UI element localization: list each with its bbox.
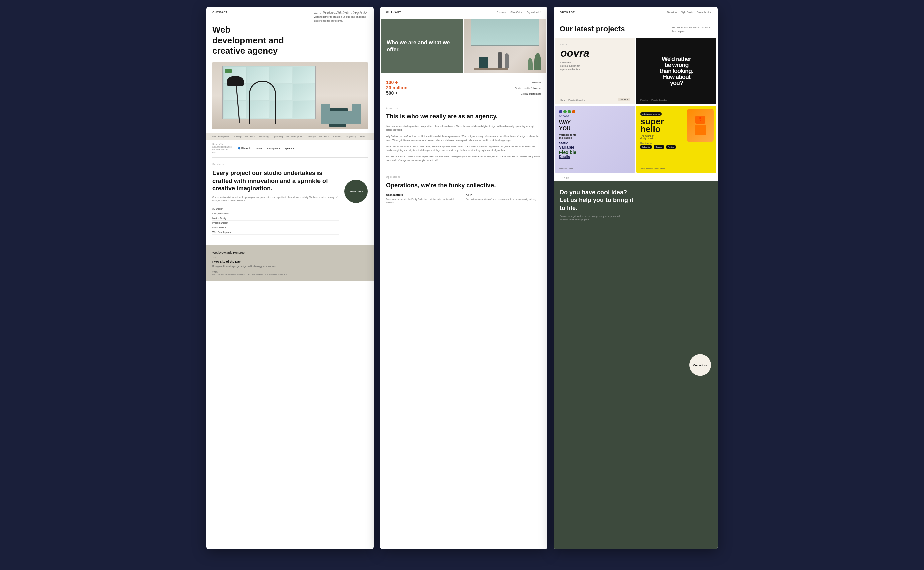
awards-desc2: Recognized for exceptional web design an… — [212, 273, 288, 275]
panel2-hero-grid: Who we are and what we offer. — [380, 18, 547, 74]
awards-year2: 2023 — [212, 271, 288, 273]
services-text: Every project our studio undertakes is c… — [212, 170, 339, 234]
services-label: Services — [212, 163, 368, 165]
stats-grid: 100 + 20 million 500 + Awwards Social me… — [386, 80, 541, 96]
panel1-hero-image — [212, 62, 368, 129]
dot2 — [563, 110, 567, 113]
robot-eye2 — [700, 120, 701, 121]
panel2-nav-styleguide[interactable]: Style Guide — [510, 11, 522, 14]
figma-sub1: Variable fonts: — [559, 133, 631, 136]
oovra-cta[interactable]: Cta here — [618, 98, 630, 101]
awards-fwa: FWA Site of the Day — [212, 260, 288, 263]
figma-dots — [559, 110, 631, 113]
project-card-messizp[interactable]: We'd rather be wrong than looking. How a… — [636, 37, 716, 104]
ops-col2-text: Our minimum deal kicks off at a reasonab… — [466, 198, 541, 201]
service-item: Product Design — [212, 221, 339, 225]
sofa — [321, 111, 361, 124]
panel2-nav-links: Overview Style Guide Buy outkast ↗ — [497, 11, 541, 14]
figma-flexible: Flexible — [559, 150, 631, 155]
cta-desc: Contact us to get started, we are always… — [560, 215, 627, 221]
about-heading: This is who we really are as an agency. — [386, 112, 541, 120]
figma-sub2: the basics — [559, 136, 631, 139]
panel2-tagline: Who we are and what we offer. — [387, 39, 458, 53]
service-item: 3D Design — [212, 207, 339, 211]
panel2-nav-overview[interactable]: Overview — [497, 11, 506, 14]
services-content: Every project our studio undertakes is c… — [212, 170, 368, 234]
service-item: Web Development — [212, 230, 339, 235]
contact-us-button[interactable]: Contact us — [689, 354, 711, 376]
panel3-hire-label: Hire us — [553, 174, 718, 179]
figma-inner: ANYWAY WAYYOU Variable fonts: the basics… — [555, 106, 635, 173]
about-p1: Your new partners in design crime, excep… — [386, 124, 541, 132]
messizp-label: Messizp — Website, Branding — [640, 99, 667, 101]
panel3-cta: Do you have cool idea? Let us help you t… — [553, 181, 718, 549]
panel3-nav-overview[interactable]: Overview — [667, 11, 676, 14]
stat1-num: 100 + — [386, 80, 462, 85]
robot-body — [695, 125, 706, 135]
panel3-nav-styleguide[interactable]: Style Guide — [681, 11, 693, 14]
awards-honoree: Webby Awards Honoree — [212, 251, 288, 254]
panel3-nav-buy[interactable]: Buy outkast ↗ — [697, 11, 712, 14]
service-item: Design systems — [212, 211, 339, 216]
panel2-operations: Operations Operations, we're the funky c… — [380, 170, 547, 210]
figma-variable: Variable — [559, 145, 631, 150]
projects-grid: oovra oovra Dedicatedsales & support for… — [553, 37, 718, 174]
figma-top: ANYWAY — [559, 115, 631, 117]
step-subscribe: Subscribe — [640, 146, 652, 149]
panel2-about: About us This is who we really are as an… — [380, 101, 547, 170]
awards-desc1: Recognized for cutting-edge design and t… — [212, 265, 288, 268]
operations-heading: Operations, we're the funky collective. — [386, 181, 541, 189]
ops-col2-title: All in — [466, 193, 541, 196]
stat2-label: Social media followers — [465, 87, 541, 90]
person1 — [498, 52, 502, 68]
sh-howitworks: How it works Subscribe Request Review — [640, 142, 712, 149]
messizp-line1: We'd rather — [662, 56, 691, 62]
project-card-superhello[interactable]: A design agency...kinda superhello The f… — [636, 106, 716, 173]
messizp-line3: than looking. — [660, 68, 693, 74]
office-window — [471, 20, 540, 46]
dot4 — [572, 110, 575, 113]
sh-badge: A design agency...kinda — [640, 112, 662, 115]
ops-col2: All in Our minimum deal kicks off at a r… — [466, 193, 541, 204]
step-request: Request — [654, 146, 664, 149]
figma-details: Details — [559, 155, 631, 159]
window-pane — [293, 84, 315, 101]
panel3-nav-links: Overview Style Guide Buy outkast ↗ — [667, 11, 712, 14]
exit-sign — [225, 69, 232, 73]
office-image — [464, 20, 546, 73]
window-pane — [269, 84, 292, 101]
window-pane — [293, 101, 315, 118]
panel3-desc: We partner with founders to visualise th… — [672, 26, 712, 33]
stat2-num: 20 million — [386, 85, 462, 90]
ops-grid: Cash matters Each team member in the Fun… — [386, 193, 541, 204]
panel2-nav-buy[interactable]: Buy outkast ↗ — [526, 11, 541, 14]
learn-more-button[interactable]: Learn more — [344, 179, 368, 203]
services-desc: Our enthusiasm is focused on deepening o… — [212, 196, 339, 202]
figma-label: Figma — UI/UX — [559, 167, 573, 170]
about-p2: Why Outkast, you ask? Well, we couldn't … — [386, 134, 541, 142]
awards-year1: 2022 — [212, 256, 288, 259]
panel1-partners: Some of the amazing companies we have wo… — [206, 139, 374, 158]
stats-left: 100 + 20 million 500 + — [386, 80, 462, 96]
window-pane — [247, 84, 269, 101]
window-pane — [293, 67, 315, 83]
robot-eye1 — [700, 117, 701, 119]
panel-1: OUTKAST Overview Style Guide Buy outkast… — [206, 7, 374, 549]
panel3-header: Our latest projects We partner with foun… — [553, 18, 718, 37]
messizp-line2: be wrong — [664, 62, 689, 68]
partners-label: Some of the amazing companies we have wo… — [212, 143, 232, 155]
monitor — [480, 57, 488, 68]
window-pane — [269, 67, 292, 83]
project-card-figma[interactable]: ANYWAY WAYYOU Variable fonts: the basics… — [555, 106, 635, 173]
panel-2: OUTKAST Overview Style Guide Buy outkast… — [380, 7, 547, 549]
panel2-hero-image — [464, 20, 546, 73]
window-pane — [247, 101, 269, 118]
panel1-awards: Webby Awards Honoree 2022 FWA Site of th… — [206, 245, 374, 280]
panel1-hero-desc: We are a team of creatives and developer… — [314, 11, 368, 23]
project-card-oovra[interactable]: oovra oovra Dedicatedsales & support for… — [555, 37, 635, 104]
partner-lastpass: <lasspass> — [267, 147, 280, 150]
oovra-title: oovra — [560, 48, 630, 58]
service-item: UI/UX Design — [212, 225, 339, 230]
panel2-nav: OUTKAST Overview Style Guide Buy outkast… — [380, 7, 547, 18]
panel2-hero-tagline: Who we are and what we offer. — [381, 20, 463, 73]
